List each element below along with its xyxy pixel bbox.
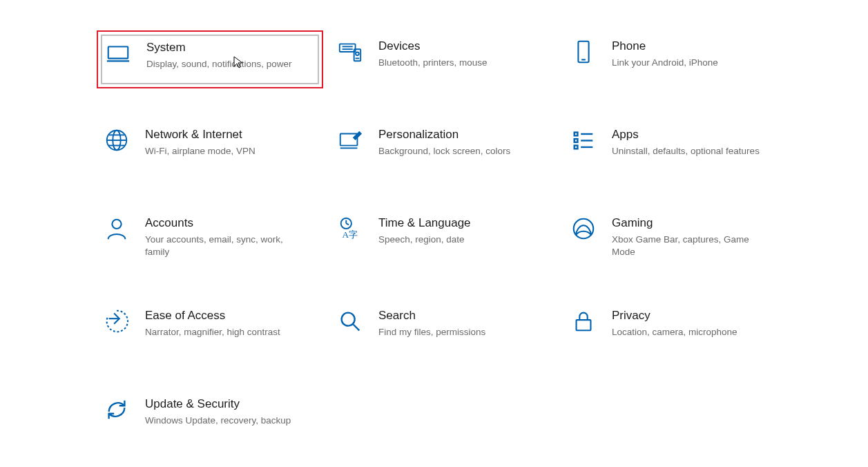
search-icon	[337, 308, 363, 334]
tile-title: Personalization	[378, 127, 510, 142]
svg-rect-19	[575, 139, 578, 142]
tile-apps[interactable]: Apps Uninstall, defaults, optional featu…	[563, 119, 790, 177]
svg-point-23	[112, 220, 121, 229]
tile-title: Time & Language	[378, 216, 471, 231]
tile-subtitle: Speech, region, date	[378, 234, 471, 246]
tile-devices[interactable]: Devices Bluetooth, printers, mouse	[330, 30, 557, 88]
svg-rect-32	[577, 320, 591, 330]
phone-icon	[570, 39, 597, 65]
tile-title: Apps	[612, 127, 760, 142]
tile-update-security[interactable]: Update & Security Windows Update, recove…	[97, 388, 323, 446]
svg-rect-21	[575, 146, 578, 149]
gaming-icon	[570, 216, 597, 242]
ease-of-access-icon	[104, 308, 130, 334]
tile-subtitle: Xbox Game Bar, captures, Game Mode	[612, 234, 767, 258]
svg-point-30	[342, 313, 355, 326]
tile-subtitle: Find my files, permissions	[378, 326, 485, 339]
tile-title: Search	[378, 308, 485, 323]
tile-time-language[interactable]: A字 Time & Language Speech, region, date	[330, 207, 557, 269]
personalization-icon	[337, 127, 363, 153]
tile-subtitle: Windows Update, recovery, backup	[145, 414, 291, 427]
privacy-icon	[570, 308, 597, 334]
tile-title: Gaming	[612, 216, 767, 231]
tile-subtitle: Narrator, magnifier, high contrast	[145, 326, 280, 339]
devices-icon	[337, 39, 363, 65]
tile-search[interactable]: Search Find my files, permissions	[330, 300, 557, 358]
tile-ease-of-access[interactable]: Ease of Access Narrator, magnifier, high…	[97, 300, 323, 358]
apps-icon	[570, 127, 597, 153]
tile-subtitle: Background, lock screen, colors	[378, 145, 510, 158]
tile-subtitle: Link your Android, iPhone	[612, 57, 718, 69]
tile-subtitle: Wi-Fi, airplane mode, VPN	[145, 145, 255, 158]
tile-subtitle: Your accounts, email, sync, work, family	[145, 234, 300, 258]
time-language-icon: A字	[337, 216, 363, 242]
tile-gaming[interactable]: Gaming Xbox Game Bar, captures, Game Mod…	[563, 207, 790, 269]
tile-title: Devices	[378, 39, 488, 54]
network-icon	[104, 127, 130, 153]
update-security-icon	[104, 397, 130, 423]
tile-title: Phone	[612, 39, 718, 54]
tile-network[interactable]: Network & Internet Wi-Fi, airplane mode,…	[97, 119, 323, 177]
tile-title: Update & Security	[145, 397, 291, 412]
tile-subtitle: Display, sound, notifications, power	[146, 58, 292, 70]
settings-category-grid: System Display, sound, notifications, po…	[97, 30, 842, 446]
tile-system[interactable]: System Display, sound, notifications, po…	[97, 30, 323, 88]
system-icon	[105, 40, 131, 66]
tile-phone[interactable]: Phone Link your Android, iPhone	[563, 30, 790, 88]
tile-title: Privacy	[612, 308, 737, 323]
svg-line-26	[346, 223, 349, 225]
svg-line-31	[354, 325, 360, 331]
svg-point-28	[574, 219, 594, 239]
tile-personalization[interactable]: Personalization Background, lock screen,…	[330, 119, 557, 177]
svg-rect-17	[575, 133, 578, 136]
svg-rect-2	[340, 44, 356, 52]
tile-subtitle: Location, camera, microphone	[612, 326, 737, 339]
svg-rect-0	[108, 47, 128, 59]
tile-title: Network & Internet	[145, 127, 255, 142]
svg-point-6	[356, 52, 359, 55]
tile-subtitle: Uninstall, defaults, optional features	[612, 145, 760, 158]
tile-title: Accounts	[145, 216, 300, 231]
accounts-icon	[104, 216, 130, 242]
tile-privacy[interactable]: Privacy Location, camera, microphone	[563, 300, 790, 358]
tile-accounts[interactable]: Accounts Your accounts, email, sync, wor…	[97, 207, 323, 269]
svg-text:A字: A字	[343, 229, 358, 240]
tile-title: Ease of Access	[145, 308, 280, 323]
tile-subtitle: Bluetooth, printers, mouse	[378, 57, 488, 69]
tile-title: System	[146, 40, 292, 55]
